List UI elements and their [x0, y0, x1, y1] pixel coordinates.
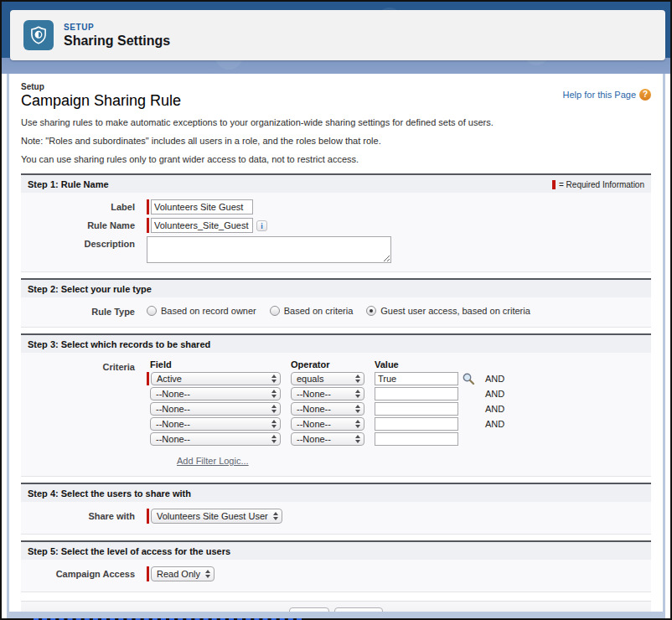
required-bar-icon	[147, 372, 149, 385]
criteria-row: --None-- --None--	[147, 432, 510, 446]
step3-block: Step 3: Select which records to be share…	[21, 333, 651, 477]
field-select-5[interactable]: --None--	[150, 432, 281, 446]
value-input-1[interactable]	[375, 372, 458, 385]
select-arrows-icon	[273, 512, 278, 520]
field-select-4[interactable]: --None--	[150, 417, 281, 431]
magnifier-icon[interactable]	[462, 372, 475, 385]
required-bar-icon	[147, 218, 149, 233]
step4-block: Step 4: Select the users to share with S…	[21, 483, 651, 535]
button-bar: Save Cancel	[21, 601, 651, 612]
value-input-3[interactable]	[375, 402, 458, 416]
required-bar-icon	[147, 566, 149, 581]
radio-based-on-record-owner[interactable]: Based on record owner	[147, 306, 256, 316]
operator-select-2[interactable]: --None--	[291, 387, 364, 400]
value-column-header: Value	[375, 359, 458, 369]
description-textarea[interactable]	[147, 236, 391, 263]
select-arrows-icon	[355, 405, 360, 413]
setup-eyebrow: SETUP	[64, 23, 170, 32]
help-link-text[interactable]: Help for this Page	[563, 90, 636, 100]
value-input-4[interactable]	[375, 417, 458, 431]
and-connector: AND	[485, 404, 510, 414]
intro-text: Use sharing rules to make automatic exce…	[21, 118, 651, 164]
campaign-access-label: Campaign Access	[28, 566, 135, 579]
radio-based-on-criteria[interactable]: Based on criteria	[270, 306, 354, 316]
select-arrows-icon	[355, 435, 360, 443]
share-with-label: Share with	[28, 509, 135, 521]
intro-line-3: You can use sharing rules only to grant …	[21, 155, 651, 164]
radio-guest-user-access[interactable]: Guest user access, based on criteria	[366, 306, 530, 316]
radio-icon[interactable]	[270, 306, 280, 316]
required-legend-text: = Required Information	[559, 180, 644, 189]
operator-select-3[interactable]: --None--	[291, 402, 364, 416]
label-field-label: Label	[28, 199, 135, 212]
add-filter-logic-link[interactable]: Add Filter Logic...	[177, 456, 249, 466]
required-bar-icon	[147, 509, 149, 524]
and-connector: AND	[485, 419, 510, 429]
required-info-legend: = Required Information	[552, 180, 644, 189]
select-arrows-icon	[355, 375, 360, 383]
rule-type-label: Rule Type	[28, 304, 135, 317]
select-arrows-icon	[355, 420, 360, 428]
step5-block: Step 5: Select the level of access for t…	[21, 540, 651, 592]
select-arrows-icon	[205, 570, 210, 578]
campaign-access-select[interactable]: Read Only	[151, 566, 215, 581]
step2-block: Step 2: Select your rule type Rule Type …	[21, 278, 651, 328]
select-arrows-icon	[271, 405, 277, 413]
page-eyebrow: Setup	[21, 82, 181, 91]
operator-select-4[interactable]: --None--	[291, 417, 364, 431]
select-arrows-icon	[271, 420, 277, 428]
field-select-3[interactable]: --None--	[150, 402, 281, 416]
criteria-row: Active equals	[147, 372, 510, 385]
field-select-2[interactable]: --None--	[150, 387, 281, 400]
app-title: Sharing Settings	[64, 34, 170, 49]
and-connector: AND	[485, 389, 510, 399]
step5-title: Step 5: Select the level of access for t…	[28, 546, 230, 556]
criteria-label: Criteria	[28, 359, 135, 372]
select-arrows-icon	[271, 435, 277, 443]
rule-name-input[interactable]	[151, 218, 253, 233]
help-for-this-page[interactable]: Help for this Page ?	[563, 89, 651, 101]
info-icon[interactable]: i	[256, 220, 267, 231]
criteria-row: --None-- --None--	[147, 417, 510, 431]
criteria-row: --None-- --None--	[147, 402, 510, 416]
select-arrows-icon	[271, 375, 277, 383]
intro-line-2: Note: "Roles and subordinates" includes …	[21, 137, 651, 146]
setup-banner: SETUP Sharing Settings	[2, 2, 670, 74]
share-with-select[interactable]: Volunteers Site Guest User	[151, 509, 282, 524]
step2-title: Step 2: Select your rule type	[28, 284, 152, 294]
criteria-row: --None-- --None--	[147, 387, 510, 400]
rule-name-field-label: Rule Name	[28, 218, 135, 230]
step3-title: Step 3: Select which records to be share…	[28, 339, 210, 349]
required-bar-icon	[147, 199, 149, 214]
intro-line-1: Use sharing rules to make automatic exce…	[21, 118, 651, 127]
criteria-column-headers: Field Operator Value	[147, 359, 510, 369]
description-field-label: Description	[28, 236, 135, 249]
step1-block: Step 1: Rule Name = Required Information…	[21, 173, 651, 272]
field-column-header: Field	[147, 359, 281, 369]
value-input-2[interactable]	[375, 387, 458, 400]
setup-window: SETUP Sharing Settings Setup Campaign Sh…	[0, 0, 672, 620]
and-connector: AND	[485, 374, 510, 384]
required-bar-icon	[552, 180, 556, 189]
shield-security-icon	[23, 20, 54, 50]
step1-title: Step 1: Rule Name	[28, 179, 109, 189]
label-input[interactable]	[151, 199, 253, 214]
radio-selected-icon[interactable]	[366, 306, 376, 316]
operator-select-1[interactable]: equals	[291, 372, 364, 385]
operator-select-5[interactable]: --None--	[291, 432, 364, 446]
setup-header-card: SETUP Sharing Settings	[10, 10, 665, 60]
radio-icon[interactable]	[147, 306, 157, 316]
rule-type-radio-group: Based on record owner Based on criteria …	[147, 304, 544, 316]
step4-title: Step 4: Select the users to share with	[28, 488, 191, 499]
field-select-1[interactable]: Active	[151, 372, 281, 385]
page-title: Campaign Sharing Rule	[21, 92, 181, 110]
operator-column-header: Operator	[291, 359, 364, 369]
setup-content-frame: Setup Campaign Sharing Rule Help for thi…	[7, 74, 665, 612]
select-arrows-icon	[355, 390, 360, 398]
select-arrows-icon	[271, 390, 277, 398]
question-mark-icon[interactable]: ?	[639, 89, 651, 101]
bottom-frame-band	[7, 612, 665, 618]
value-input-5[interactable]	[375, 432, 458, 446]
